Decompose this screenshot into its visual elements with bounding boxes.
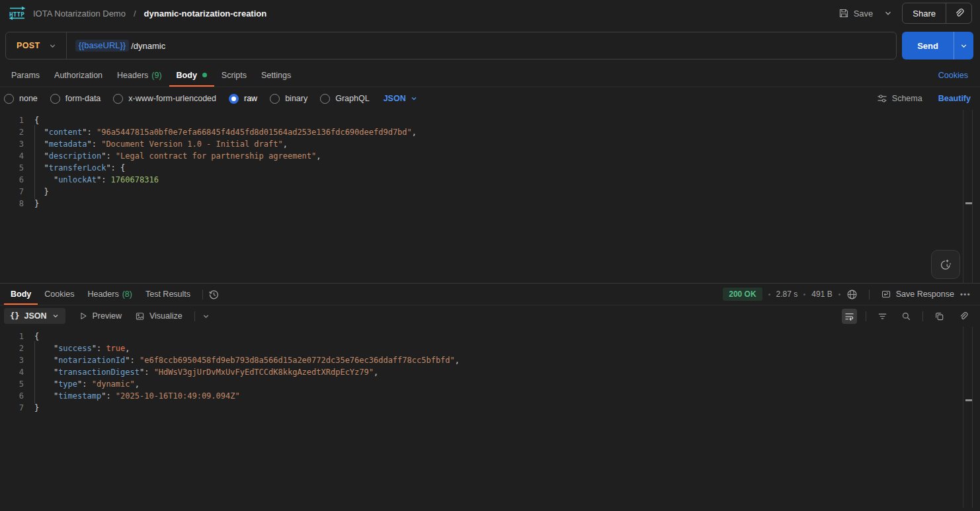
save-response-button[interactable]: Save Response <box>881 289 954 299</box>
save-response-icon <box>881 289 891 299</box>
tab-settings[interactable]: Settings <box>254 63 298 87</box>
code-line: 5 "type": "dynamic", <box>0 378 980 390</box>
response-history-icon[interactable] <box>208 289 220 300</box>
tab-params[interactable]: Params <box>4 63 47 87</box>
code-line: 7 } <box>0 186 980 198</box>
radio-urlencoded-icon <box>113 94 123 104</box>
radio-raw-label: raw <box>244 94 257 103</box>
radio-binary-label: binary <box>285 94 307 103</box>
request-url-row: POST {{baseURL}} /dynamic Send <box>0 26 980 63</box>
response-meta-divider <box>869 290 870 299</box>
topbar-actions: Save Share <box>838 3 972 24</box>
radio-form-data[interactable]: form-data <box>50 94 101 104</box>
code-line: 4 "description": "Legal contract for par… <box>0 150 980 162</box>
meta-dot-icon <box>768 294 770 295</box>
preview-play-icon <box>79 311 88 321</box>
radio-raw[interactable]: raw <box>229 94 257 104</box>
meta-dot-icon <box>803 294 805 295</box>
response-size[interactable]: 491 B <box>811 290 832 299</box>
body-type-row: none form-data x-www-form-urlencoded raw… <box>0 87 980 110</box>
copy-icon[interactable] <box>932 309 947 324</box>
share-group: Share <box>902 3 972 24</box>
request-body-editor[interactable]: 1{2 "content": "96a5447815a0bf0e7efa6684… <box>0 110 980 283</box>
url-variable[interactable]: {{baseURL}} <box>75 40 130 52</box>
status-badge[interactable]: 200 OK <box>723 288 762 301</box>
search-icon[interactable] <box>899 309 914 324</box>
breadcrumb-workspace[interactable]: IOTA Notarization Demo <box>33 9 126 19</box>
method-selector[interactable]: POST <box>6 41 66 50</box>
code-line: 7} <box>0 402 980 414</box>
code-line: 2 "success": true, <box>0 342 980 354</box>
response-toolbar-right <box>842 309 971 324</box>
tab-settings-label: Settings <box>261 71 291 80</box>
response-tab-headers[interactable]: Headers (8) <box>81 284 139 305</box>
response-format-label: JSON <box>24 311 46 321</box>
response-tab-test-results-label: Test Results <box>145 290 190 299</box>
radio-binary-icon <box>270 94 280 104</box>
raw-language-select[interactable]: JSON <box>384 94 418 103</box>
toolbar-chevron-icon[interactable] <box>202 312 210 321</box>
url-input[interactable]: {{baseURL}} /dynamic <box>67 40 897 52</box>
scroll-annotation-mark <box>965 202 973 204</box>
send-button-group: Send <box>902 32 973 59</box>
request-editor-scrollbar[interactable] <box>963 110 980 283</box>
response-editor-scrollbar[interactable] <box>963 327 980 508</box>
filter-icon[interactable] <box>875 309 890 324</box>
breadcrumb-request-name[interactable]: dynamic-notarization-creation <box>144 9 267 19</box>
share-button[interactable]: Share <box>903 9 946 19</box>
more-options-icon[interactable]: ••• <box>960 290 971 298</box>
request-body-code: 1{2 "content": "96a5447815a0bf0e7efa6684… <box>0 114 980 210</box>
postbot-ai-button[interactable] <box>931 250 960 279</box>
tab-scripts[interactable]: Scripts <box>214 63 254 87</box>
response-format-select[interactable]: {} JSON <box>4 308 65 324</box>
toolbar-divider <box>866 311 866 321</box>
schema-sliders-icon <box>877 93 887 104</box>
schema-button[interactable]: Schema <box>877 93 922 104</box>
save-icon <box>838 8 849 19</box>
visualize-button[interactable]: Visualize <box>135 311 183 321</box>
preview-button[interactable]: Preview <box>79 311 122 321</box>
response-header: Body Cookies Headers (8) Test Results 20… <box>0 284 980 305</box>
save-button[interactable]: Save <box>838 8 874 19</box>
tab-authorization[interactable]: Authorization <box>47 63 110 87</box>
radio-urlencoded[interactable]: x-www-form-urlencoded <box>113 94 216 104</box>
tab-params-label: Params <box>11 71 40 80</box>
wrap-text-icon[interactable] <box>842 309 857 324</box>
tab-body[interactable]: Body <box>169 63 214 87</box>
body-type-right: Schema Beautify <box>877 93 971 104</box>
response-tab-body[interactable]: Body <box>4 284 38 305</box>
braces-icon: {} <box>10 311 19 321</box>
radio-none-icon <box>4 94 14 104</box>
send-options-chevron-icon[interactable] <box>954 32 973 59</box>
response-time[interactable]: 2.87 s <box>776 290 798 299</box>
http-request-icon: HTTP <box>8 6 26 20</box>
radio-urlencoded-label: x-www-form-urlencoded <box>128 94 216 103</box>
send-button[interactable]: Send <box>902 32 954 59</box>
response-meta: 200 OK 2.87 s 491 B Sav <box>723 284 971 305</box>
radio-none[interactable]: none <box>4 94 38 104</box>
network-globe-icon[interactable] <box>846 289 858 300</box>
radio-form-data-icon <box>50 94 60 104</box>
save-response-label: Save Response <box>896 290 954 299</box>
link-icon[interactable] <box>956 309 971 324</box>
response-pane: Body Cookies Headers (8) Test Results 20… <box>0 283 980 508</box>
beautify-button[interactable]: Beautify <box>938 94 971 103</box>
response-tab-test-results[interactable]: Test Results <box>139 284 197 305</box>
cookies-link[interactable]: Cookies <box>938 71 976 80</box>
preview-label: Preview <box>93 311 122 321</box>
tab-headers[interactable]: Headers (9) <box>110 63 169 87</box>
tab-body-label: Body <box>177 71 197 80</box>
response-body-editor[interactable]: 1{2 "success": true,3 "notarizationId": … <box>0 327 980 508</box>
radio-graphql[interactable]: GraphQL <box>320 94 369 104</box>
method-label: POST <box>17 41 40 50</box>
radio-none-label: none <box>19 94 38 103</box>
copy-link-icon[interactable] <box>946 3 971 23</box>
response-tab-cookies[interactable]: Cookies <box>38 284 81 305</box>
code-line: 6 "unlockAt": 1760678316 <box>0 174 980 186</box>
url-path: /dynamic <box>131 41 165 51</box>
tab-scripts-label: Scripts <box>222 71 247 80</box>
radio-binary[interactable]: binary <box>270 94 307 104</box>
request-tabs: Params Authorization Headers (9) Body Sc… <box>0 63 980 87</box>
response-header-divider <box>202 290 203 299</box>
save-options-chevron-icon[interactable] <box>883 9 893 18</box>
